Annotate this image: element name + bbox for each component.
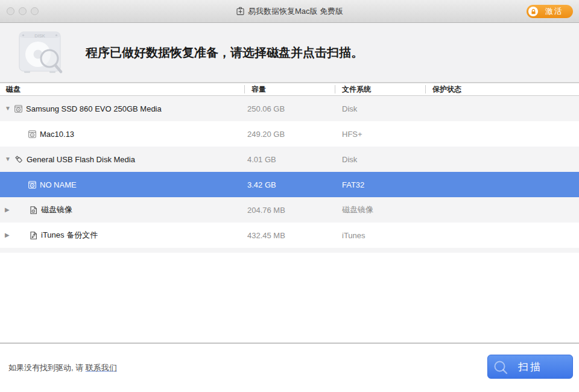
table-row-mac1013[interactable]: Mac10.13 249.20 GB HFS+ — [0, 121, 579, 147]
column-header-filesystem: 文件系统 — [342, 83, 371, 95]
row-filesystem: FAT32 — [342, 180, 364, 189]
footer-bar: 如果没有找到驱动, 请 联系我们 扫描 — [0, 343, 579, 392]
itunes-backup-file-icon — [29, 231, 38, 240]
row-capacity: 4.01 GB — [247, 155, 276, 164]
row-name: Mac10.13 — [40, 130, 74, 139]
table-row-usb-flash-disk[interactable]: ▼ General USB Flash Disk Media 4.01 GB D… — [0, 147, 579, 172]
row-capacity: 3.42 GB — [247, 180, 276, 189]
svg-text:DISK: DISK — [34, 33, 45, 39]
close-button[interactable] — [7, 7, 14, 15]
row-filesystem: iTunes — [342, 231, 365, 240]
column-divider — [244, 85, 245, 93]
traffic-lights — [7, 7, 39, 15]
usb-drive-icon — [14, 154, 24, 164]
row-capacity: 204.76 MB — [247, 206, 285, 215]
window-title-area: 易我数据恢复Mac版 免费版 — [0, 0, 579, 22]
row-filesystem: HFS+ — [342, 130, 362, 139]
column-header-capacity: 容量 — [252, 83, 266, 95]
table-row-itunes-backup[interactable]: ▶ iTunes 备份文件 432.45 MB iTunes — [0, 223, 579, 248]
footer-hint: 如果没有找到驱动, 请 联系我们 — [8, 362, 117, 373]
window-title: 易我数据恢复Mac版 免费版 — [248, 6, 343, 17]
activate-label: 激活 — [545, 6, 563, 17]
row-capacity: 249.20 GB — [247, 130, 285, 139]
list-bottom-stripe — [0, 248, 579, 253]
hero-header: DISK 程序已做好数据恢复准备，请选择磁盘并点击扫描。 — [0, 23, 579, 83]
hint-text: 如果没有找到驱动, 请 — [8, 363, 86, 372]
row-name: NO NAME — [40, 180, 77, 189]
search-icon — [493, 360, 509, 376]
disk-search-icon: DISK — [16, 30, 69, 75]
row-name: General USB Flash Disk Media — [27, 155, 135, 164]
row-name: Samsung SSD 860 EVO 250GB Media — [26, 104, 162, 113]
scan-button[interactable]: 扫描 — [487, 355, 573, 379]
row-filesystem: Disk — [342, 104, 357, 113]
table-row-samsung-ssd[interactable]: ▼ Samsung SSD 860 EVO 250GB Media 250.06… — [0, 96, 579, 121]
row-capacity: 250.06 GB — [247, 104, 285, 113]
table-row-no-name[interactable]: NO NAME 3.42 GB FAT32 — [0, 172, 579, 197]
column-header-protection: 保护状态 — [432, 83, 461, 95]
disk-list: ▼ Samsung SSD 860 EVO 250GB Media 250.06… — [0, 96, 579, 253]
app-proxy-icon — [236, 7, 245, 16]
app-window: 易我数据恢复Mac版 免费版 激活 DISK 程序 — [0, 0, 579, 392]
disclosure-triangle-icon[interactable]: ▶ — [5, 232, 14, 238]
contact-us-link[interactable]: 联系我们 — [86, 363, 117, 372]
activate-button[interactable]: 激活 — [527, 5, 573, 18]
hard-drive-icon — [14, 104, 23, 113]
disclosure-triangle-icon[interactable]: ▶ — [5, 207, 14, 213]
row-name: 磁盘镜像 — [41, 204, 72, 215]
row-name: iTunes 备份文件 — [41, 230, 98, 241]
column-divider — [425, 85, 426, 93]
disclosure-triangle-icon[interactable]: ▼ — [5, 106, 14, 112]
row-filesystem: Disk — [342, 155, 357, 164]
hard-drive-icon — [28, 130, 37, 139]
table-header: 磁盘 容量 文件系统 保护状态 — [0, 83, 579, 96]
row-capacity: 432.45 MB — [247, 231, 285, 240]
disk-image-file-icon — [29, 206, 38, 215]
scan-label: 扫描 — [518, 360, 542, 374]
row-filesystem: 磁盘镜像 — [342, 204, 373, 215]
minimize-button[interactable] — [19, 7, 27, 15]
table-row-disk-image[interactable]: ▶ 磁盘镜像 204.76 MB 磁盘镜像 — [0, 197, 579, 223]
hero-message: 程序已做好数据恢复准备，请选择磁盘并点击扫描。 — [86, 45, 363, 61]
hard-drive-icon — [28, 180, 37, 189]
column-header-disk: 磁盘 — [6, 83, 21, 95]
title-bar: 易我数据恢复Mac版 免费版 激活 — [0, 0, 579, 23]
zoom-button[interactable] — [31, 7, 39, 15]
disclosure-triangle-icon[interactable]: ▼ — [5, 156, 14, 162]
lock-icon — [528, 7, 538, 16]
column-divider — [335, 85, 335, 93]
